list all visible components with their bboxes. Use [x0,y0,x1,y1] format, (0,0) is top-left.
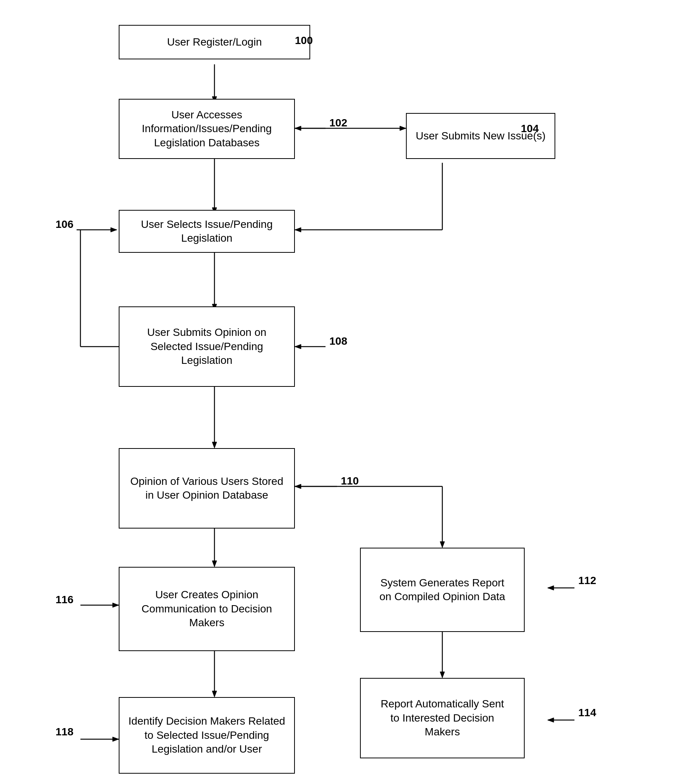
label-114: 114 [578,707,596,719]
svg-marker-26 [295,484,301,489]
label-102: 102 [329,117,347,129]
svg-marker-37 [440,542,445,548]
svg-marker-32 [212,691,217,697]
svg-marker-14 [400,126,406,131]
label-100: 100 [295,34,313,47]
label-110: 110 [341,475,359,487]
svg-marker-16 [111,228,117,232]
label-106: 106 [56,218,74,231]
box-user-submits-opinion: User Submits Opinion onSelected Issue/Pe… [119,306,295,387]
box-user-accesses: User AccessesInformation/Issues/PendingL… [119,99,295,159]
svg-marker-39 [548,586,554,590]
svg-marker-5 [295,126,301,131]
label-116: 116 [56,594,74,606]
svg-marker-24 [212,442,217,448]
box-system-generates: System Generates Reporton Compiled Opini… [360,548,525,632]
box-user-submits-new: User Submits New Issue(s) [406,113,555,159]
svg-marker-20 [295,344,301,349]
label-112: 112 [578,574,596,587]
box-user-selects: User Selects Issue/PendingLegislation [119,210,295,253]
svg-marker-43 [548,718,554,722]
svg-marker-41 [440,672,445,678]
svg-marker-28 [212,561,217,567]
svg-marker-30 [113,603,119,607]
box-identify-decision: Identify Decision Makers Relatedto Selec… [119,697,295,774]
box-report-sent: Report Automatically Sentto Interested D… [360,678,525,758]
diagram-container: User Register/Login 100 User AccessesInf… [0,0,679,784]
label-108: 108 [329,335,347,347]
box-opinion-stored: Opinion of Various Users Storedin User O… [119,448,295,529]
label-118: 118 [56,726,74,738]
svg-marker-34 [113,737,119,741]
svg-marker-10 [295,228,301,232]
box-user-register: User Register/Login [119,25,310,59]
label-104: 104 [521,123,539,135]
box-user-creates: User Creates OpinionCommunication to Dec… [119,567,295,651]
